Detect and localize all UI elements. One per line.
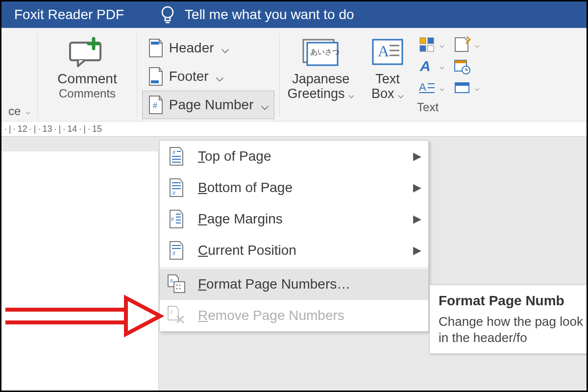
svg-point-47 bbox=[179, 285, 181, 286]
chevron-down-icon: ⌵ bbox=[216, 69, 224, 85]
svg-rect-2 bbox=[151, 42, 159, 45]
submenu-arrow-icon: ▶ bbox=[413, 213, 421, 225]
svg-rect-15 bbox=[420, 46, 426, 51]
comment-icon bbox=[65, 34, 109, 69]
reference-label-cut: ce bbox=[8, 104, 21, 118]
object-button[interactable]: ⌵ bbox=[452, 78, 480, 98]
submenu-arrow-icon: ▶ bbox=[413, 181, 421, 194]
menu-label: Page Margins bbox=[188, 211, 413, 227]
svg-text:#: # bbox=[171, 216, 174, 222]
ribbon-group-comments: Comment Comments bbox=[38, 31, 136, 119]
chevron-down-icon: ⌵ bbox=[475, 40, 480, 49]
svg-text:#: # bbox=[170, 309, 173, 315]
drop-cap-button[interactable]: A ⌵ bbox=[417, 78, 444, 98]
menu-label: Bottom of Page bbox=[188, 180, 413, 196]
comment-button[interactable]: Comment bbox=[44, 31, 130, 87]
menu-item-bottom-of-page[interactable]: # Bottom of Page ▶ bbox=[160, 172, 428, 203]
page-number-margins-icon: # bbox=[165, 209, 188, 229]
title-bar: Foxit Reader PDF Tell me what you want t… bbox=[1, 1, 587, 28]
quick-parts-button[interactable]: ⌵ bbox=[417, 35, 444, 54]
tell-me-search[interactable]: Tell me what you want to do bbox=[185, 7, 354, 23]
lightbulb-icon bbox=[159, 4, 176, 25]
menu-label: Format Page Numbers… bbox=[188, 276, 421, 292]
svg-point-0 bbox=[162, 7, 173, 18]
ribbon-small-column-1: ⌵ A ⌵ A ⌵ Text bbox=[413, 31, 448, 119]
svg-text:#: # bbox=[172, 149, 176, 155]
comment-label: Comment bbox=[57, 71, 117, 87]
quick-parts-icon bbox=[417, 35, 437, 54]
svg-text:A: A bbox=[378, 42, 389, 60]
chevron-down-icon: ⌵ bbox=[221, 40, 229, 56]
menu-label: Top of Page bbox=[188, 148, 413, 164]
japanese-label-2: Greetings bbox=[288, 86, 345, 101]
header-label: Header bbox=[169, 40, 214, 56]
tooltip-title: Format Page Numb bbox=[439, 293, 588, 309]
page-number-label: Page Number bbox=[169, 97, 254, 113]
drop-cap-icon: A bbox=[417, 78, 437, 98]
ribbon-section-reference-cut: ce ⌵ bbox=[1, 31, 37, 119]
footer-icon bbox=[147, 67, 164, 86]
svg-text:A: A bbox=[419, 81, 426, 93]
chevron-down-icon: ⌵ bbox=[348, 89, 354, 100]
menu-item-remove-page-numbers: # Remove Page Numbers bbox=[160, 300, 428, 331]
page-number-button[interactable]: # Page Number ⌵ bbox=[142, 91, 274, 119]
tooltip-format-page-numbers: Format Page Numb Change how the pag look… bbox=[429, 285, 588, 354]
document-page[interactable]: 3 bbox=[1, 151, 159, 392]
chevron-down-icon: ⌵ bbox=[440, 83, 444, 93]
ribbon-tab-foxit[interactable]: Foxit Reader PDF bbox=[1, 7, 137, 23]
text-group-label: Text bbox=[417, 100, 444, 114]
text-box-label-2: Box bbox=[371, 86, 394, 101]
svg-text:A: A bbox=[419, 58, 431, 74]
wordart-button[interactable]: A ⌵ bbox=[417, 56, 444, 76]
header-icon bbox=[147, 38, 164, 58]
menu-label: Current Position bbox=[188, 243, 413, 258]
menu-item-page-margins[interactable]: # Page Margins ▶ bbox=[160, 203, 428, 235]
chevron-down-icon: ⌵ bbox=[398, 89, 404, 100]
svg-text:#: # bbox=[172, 190, 176, 196]
submenu-arrow-icon: ▶ bbox=[413, 150, 421, 163]
svg-rect-45 bbox=[174, 282, 185, 293]
format-page-numbers-icon: # bbox=[165, 274, 188, 294]
ribbon-group-header-footer: Header ⌵ Footer ⌵ # Page Number ⌵ bbox=[137, 31, 279, 119]
header-button[interactable]: Header ⌵ bbox=[142, 34, 274, 62]
comments-group-label: Comments bbox=[59, 87, 116, 100]
chevron-down-icon: ⌵ bbox=[440, 62, 444, 71]
chevron-down-icon: ⌵ bbox=[261, 97, 269, 113]
svg-rect-13 bbox=[420, 38, 426, 44]
svg-point-48 bbox=[176, 288, 178, 290]
menu-item-format-page-numbers[interactable]: # Format Page Numbers… bbox=[160, 269, 428, 300]
svg-text:あいさつ: あいさつ bbox=[310, 48, 340, 56]
svg-point-49 bbox=[179, 288, 181, 290]
chevron-down-icon[interactable]: ⌵ bbox=[25, 107, 30, 116]
page-number-current-icon: # bbox=[165, 241, 188, 260]
wordart-icon: A bbox=[417, 56, 437, 76]
page-number-display: 3 bbox=[129, 389, 135, 392]
date-time-button[interactable] bbox=[452, 56, 480, 76]
text-box-label-1: Text bbox=[375, 72, 400, 86]
footer-button[interactable]: Footer ⌵ bbox=[142, 62, 274, 91]
text-box-icon: A bbox=[370, 34, 405, 72]
page-number-icon: # bbox=[147, 95, 164, 115]
menu-item-current-position[interactable]: # Current Position ▶ bbox=[160, 235, 428, 266]
ribbon-small-column-2: ⌵ ⌵ bbox=[448, 31, 484, 119]
japanese-greetings-icon: あいさつ bbox=[300, 34, 342, 72]
svg-rect-3 bbox=[151, 80, 159, 83]
horizontal-ruler[interactable]: ·|·12·|·13·|·14·|·15 bbox=[1, 122, 587, 137]
page-number-menu: # Top of Page ▶ # Bottom of Page ▶ # Pag… bbox=[159, 140, 429, 332]
menu-label: Remove Page Numbers bbox=[188, 308, 421, 323]
svg-rect-26 bbox=[455, 83, 469, 86]
japanese-greetings-button[interactable]: あいさつ JapaneseGreetings ⌵ bbox=[280, 31, 363, 119]
svg-text:#: # bbox=[153, 101, 157, 110]
svg-rect-14 bbox=[428, 38, 434, 44]
ribbon: ce ⌵ Comment Comments Header bbox=[1, 28, 587, 122]
tooltip-body: Change how the pag look in the header/fo bbox=[439, 314, 588, 345]
chevron-down-icon: ⌵ bbox=[440, 40, 444, 49]
svg-rect-23 bbox=[455, 60, 466, 63]
svg-text:#: # bbox=[170, 278, 173, 284]
footer-label: Footer bbox=[169, 69, 209, 84]
signature-line-button[interactable]: ⌵ bbox=[452, 35, 480, 54]
text-box-button[interactable]: A TextBox ⌵ bbox=[362, 31, 413, 119]
menu-item-top-of-page[interactable]: # Top of Page ▶ bbox=[160, 141, 428, 172]
japanese-label-1: Japanese bbox=[292, 72, 349, 86]
remove-page-numbers-icon: # bbox=[165, 305, 188, 326]
